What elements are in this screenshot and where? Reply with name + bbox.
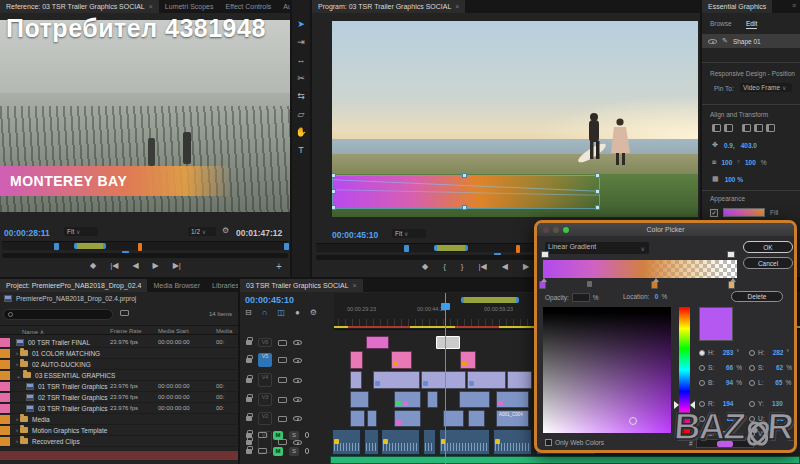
opacity-stop[interactable] <box>541 251 549 258</box>
label-color-chip[interactable] <box>0 426 10 435</box>
marker-icon[interactable] <box>404 245 409 252</box>
caret-icon[interactable]: › <box>16 361 18 367</box>
snap-icon[interactable]: ∩ <box>262 308 268 317</box>
view-toggle-icon[interactable] <box>120 310 129 316</box>
voice-over-mic-icon[interactable] <box>305 432 309 438</box>
color-stop-tan[interactable] <box>728 281 735 289</box>
project-tab-2[interactable]: Libraries <box>206 279 238 292</box>
label-color-chip[interactable] <box>0 393 10 402</box>
timeline-settings-wrench-icon[interactable]: ⚙ <box>310 308 317 317</box>
shape-handle[interactable] <box>332 173 336 178</box>
timeline-clip[interactable] <box>439 429 490 455</box>
tab-essential-graphics[interactable]: Essential Graphics <box>702 0 772 13</box>
timeline-clip[interactable] <box>507 371 532 389</box>
mark-out-icon[interactable]: } <box>461 262 464 271</box>
timeline-clip[interactable] <box>391 351 412 369</box>
value-hsl-l[interactable]: 65 <box>766 379 782 386</box>
timeline-clip[interactable] <box>350 391 369 408</box>
solo-button[interactable]: S <box>289 447 299 456</box>
label-color-chip[interactable] <box>0 349 10 358</box>
item-name[interactable]: 02 TSR Trailer Graphics <box>38 394 108 401</box>
shape-handle[interactable] <box>462 173 467 178</box>
mute-button[interactable]: M <box>273 431 283 440</box>
marker-icon[interactable] <box>138 243 142 251</box>
track-header-v6[interactable]: V6 <box>240 336 330 349</box>
search-input[interactable] <box>3 309 113 320</box>
shape-handle[interactable] <box>595 189 600 194</box>
caret-icon[interactable]: › <box>16 416 18 422</box>
lock-icon[interactable] <box>246 449 252 454</box>
reference-tab-2[interactable]: Effect Controls <box>220 0 278 13</box>
go-to-in-icon[interactable]: |◀ <box>110 261 118 270</box>
label-color-chip[interactable] <box>0 404 10 413</box>
go-to-out-icon[interactable]: ▶| <box>173 261 181 270</box>
item-name[interactable]: Recovered Clips <box>32 438 80 445</box>
table-row[interactable]: 01 TSR Trailer Graphics23.976 fps00:00:0… <box>0 381 238 392</box>
item-name[interactable]: 03 TSR Trailer Graphics <box>38 405 108 412</box>
link-scale-icon[interactable]: ⫯ <box>737 159 740 166</box>
gradient-shape-layer[interactable] <box>333 176 599 208</box>
timeline-clip[interactable] <box>350 410 365 427</box>
selection-tool[interactable]: ➤ <box>293 16 309 31</box>
align-left-icon[interactable] <box>712 124 721 132</box>
timeline-clip[interactable] <box>423 429 436 455</box>
saturation-brightness-field[interactable] <box>543 307 671 433</box>
close-icon[interactable]: × <box>149 3 153 10</box>
align-center-icon[interactable] <box>724 124 733 132</box>
solo-button[interactable]: S <box>289 431 299 440</box>
timeline-clip[interactable] <box>436 336 460 349</box>
layer-row-shape[interactable]: ✎ Shape 01 <box>702 34 800 48</box>
table-row[interactable]: ⌄03 ESSENTIAL GRAPHICS <box>0 370 238 381</box>
timeline-playhead-handle[interactable] <box>441 303 450 310</box>
column-frame-rate[interactable]: Frame Rate <box>110 328 142 334</box>
toggle-track-output-eye-icon[interactable] <box>293 397 302 402</box>
align-bottom-icon[interactable] <box>766 124 775 132</box>
table-row[interactable]: ›Media <box>0 414 238 425</box>
toggle-track-output-eye-icon[interactable] <box>293 340 302 345</box>
radio-hsl-h[interactable] <box>749 350 755 356</box>
timeline-clip[interactable] <box>468 410 485 427</box>
table-row[interactable]: 00 TSR Trailer FINAL23.976 fps00:00:00:0… <box>0 337 238 348</box>
column-media-start[interactable]: Media Start <box>158 328 189 334</box>
program-current-timecode[interactable]: 00:00:45:10 <box>332 230 378 240</box>
scale-y-value[interactable]: 100 <box>745 159 756 166</box>
type-tool[interactable]: T <box>293 142 309 157</box>
tab-browse[interactable]: Browse <box>710 20 732 27</box>
position-y-value[interactable]: 403.0 <box>741 142 757 149</box>
fill-checkbox[interactable]: ✓ <box>710 209 718 217</box>
label-color-chip[interactable] <box>0 371 10 380</box>
timeline-clip[interactable] <box>373 371 420 389</box>
source-patch-v2[interactable]: V2 <box>258 412 272 425</box>
ripple-edit-tool[interactable]: ↔ <box>293 52 309 67</box>
only-web-colors-checkbox[interactable] <box>545 439 552 446</box>
track-target-icon[interactable] <box>278 416 287 422</box>
timeline-clip[interactable] <box>394 410 421 427</box>
radio-hsb-s[interactable] <box>699 365 705 371</box>
item-name[interactable]: Motion Graphics Template <box>32 427 107 434</box>
item-name[interactable]: 01 COLOR MATCHING <box>32 350 100 357</box>
step-back-icon[interactable]: ◀ <box>132 261 138 270</box>
opacity-stop[interactable] <box>727 251 735 258</box>
position-x-value[interactable]: 0.9, <box>724 142 735 149</box>
label-color-chip[interactable] <box>0 437 10 446</box>
timeline-clip[interactable] <box>459 391 490 408</box>
radio-hsb-b[interactable] <box>699 380 705 386</box>
eye-icon[interactable] <box>708 39 717 44</box>
track-header-a2[interactable]: MS <box>240 445 330 457</box>
toggle-track-output-eye-icon[interactable] <box>293 416 302 421</box>
reference-settings-wrench-icon[interactable]: ⚙ <box>222 226 229 235</box>
add-marker-icon[interactable]: ◆ <box>422 262 428 271</box>
razor-tool[interactable]: ✂ <box>293 70 309 85</box>
timeline-playhead[interactable] <box>445 293 446 464</box>
column-media[interactable]: Media <box>216 328 232 334</box>
timeline-clip[interactable] <box>350 351 363 369</box>
color-cursor[interactable] <box>629 417 637 425</box>
radio-hsb-h[interactable] <box>699 350 705 356</box>
table-row[interactable]: ›01 COLOR MATCHING <box>0 348 238 359</box>
lock-icon[interactable] <box>246 378 252 383</box>
shape-handle[interactable] <box>462 205 467 210</box>
caret-icon[interactable]: ⌄ <box>16 372 21 379</box>
program-zoom-select[interactable]: Fit ∨ <box>392 229 426 238</box>
lock-icon[interactable] <box>246 433 252 438</box>
track-header-a1[interactable]: MS <box>240 429 330 441</box>
